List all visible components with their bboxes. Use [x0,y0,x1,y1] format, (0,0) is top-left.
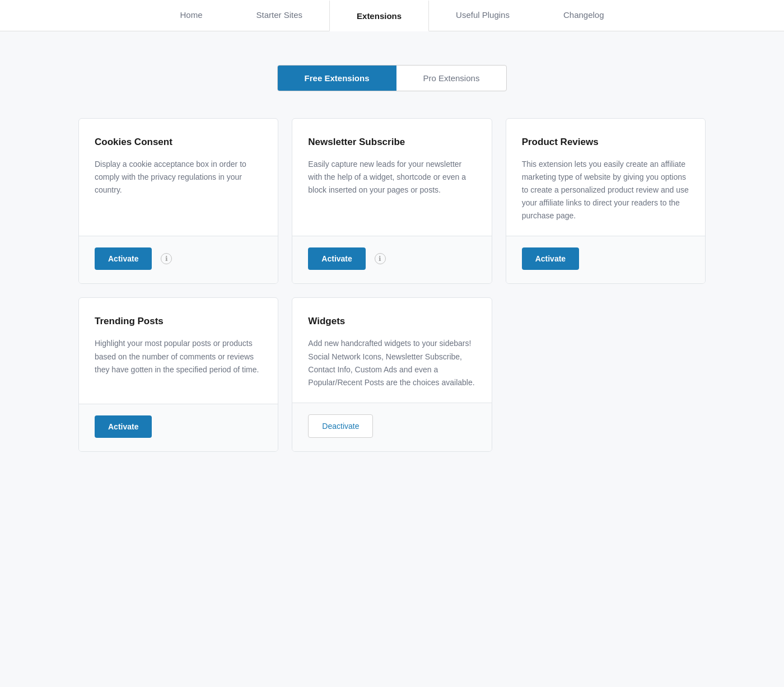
nav-extensions[interactable]: Extensions [329,0,429,31]
activate-button-trending[interactable]: Activate [95,415,152,438]
tab-pro-extensions[interactable]: Pro Extensions [396,66,507,91]
deactivate-button-widgets[interactable]: Deactivate [308,414,373,438]
card-body-trending: Trending Posts Highlight your most popul… [79,298,278,403]
card-title-cookies: Cookies Consent [95,137,262,148]
card-desc-cookies: Display a cookie acceptance box in order… [95,158,262,197]
activate-button-cookies[interactable]: Activate [95,247,152,270]
card-footer-product-reviews: Activate [506,236,705,283]
tab-switcher-inner: Free Extensions Pro Extensions [277,65,507,91]
card-footer-cookies: Activate ℹ [79,236,278,283]
card-body-cookies: Cookies Consent Display a cookie accepta… [79,119,278,236]
info-icon-cookies[interactable]: ℹ [161,253,172,264]
extension-card-product-reviews: Product Reviews This extension lets you … [506,118,706,284]
card-body-widgets: Widgets Add new handcrafted widgets to y… [292,298,491,402]
card-footer-newsletter: Activate ℹ [292,236,491,283]
card-title-widgets: Widgets [308,316,475,327]
info-icon-newsletter[interactable]: ℹ [375,253,386,264]
card-body-product-reviews: Product Reviews This extension lets you … [506,119,705,236]
activate-button-newsletter[interactable]: Activate [308,247,365,270]
tab-free-extensions[interactable]: Free Extensions [278,66,396,91]
nav-useful-plugins[interactable]: Useful Plugins [429,0,536,31]
card-footer-trending: Activate [79,404,278,451]
card-desc-newsletter: Easily capture new leads for your newsle… [308,158,475,197]
card-title-newsletter: Newsletter Subscribe [308,137,475,148]
nav-changelog[interactable]: Changelog [536,0,631,31]
top-navigation: Home Starter Sites Extensions Useful Plu… [0,0,784,31]
card-desc-widgets: Add new handcrafted widgets to your side… [308,337,475,389]
empty-card-slot [506,297,706,451]
activate-button-product-reviews[interactable]: Activate [522,247,579,270]
card-desc-trending: Highlight your most popular posts or pro… [95,337,262,376]
card-desc-product-reviews: This extension lets you easily create an… [522,158,689,222]
extensions-row-1: Cookies Consent Display a cookie accepta… [78,118,706,284]
tab-switcher: Free Extensions Pro Extensions [78,65,706,91]
nav-home[interactable]: Home [153,0,229,31]
card-footer-widgets: Deactivate [292,403,491,451]
main-content: Free Extensions Pro Extensions Cookies C… [67,31,717,474]
nav-starter-sites[interactable]: Starter Sites [230,0,330,31]
extension-card-widgets: Widgets Add new handcrafted widgets to y… [292,297,492,451]
card-body-newsletter: Newsletter Subscribe Easily capture new … [292,119,491,236]
extension-card-cookies-consent: Cookies Consent Display a cookie accepta… [78,118,278,284]
card-title-product-reviews: Product Reviews [522,137,689,148]
extensions-row-2: Trending Posts Highlight your most popul… [78,297,706,451]
extension-card-newsletter: Newsletter Subscribe Easily capture new … [292,118,492,284]
card-title-trending: Trending Posts [95,316,262,327]
extension-card-trending-posts: Trending Posts Highlight your most popul… [78,297,278,451]
